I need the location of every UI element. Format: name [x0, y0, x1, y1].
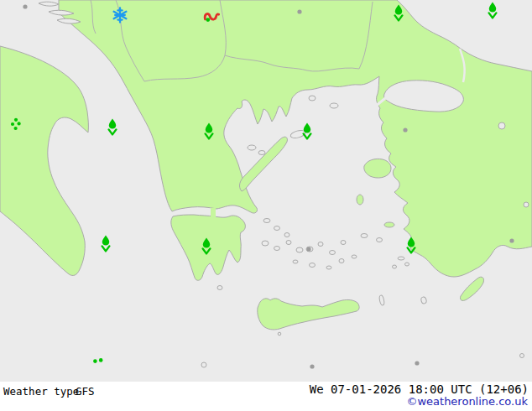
greece-aegean-weather-map	[0, 0, 532, 382]
city-dot	[415, 361, 419, 365]
corinth-isthmus	[211, 208, 216, 217]
lake-or-islet-outline	[524, 202, 529, 207]
lake-or-islet-outline	[278, 332, 281, 336]
product-label: Weather type	[3, 385, 79, 398]
lake-or-islet-outline	[498, 122, 505, 129]
city-dot	[297, 9, 301, 13]
city-dot	[306, 247, 310, 251]
city-dot	[403, 127, 407, 132]
city-dot	[23, 4, 27, 8]
samos-island	[384, 222, 394, 227]
map-canvas	[0, 0, 532, 382]
lake-or-islet-outline	[520, 354, 524, 358]
model-label: GFS	[76, 385, 95, 398]
lake-or-islet-outline	[201, 362, 206, 367]
lesbos-island	[364, 159, 391, 178]
city-dot	[509, 238, 514, 242]
weather-map-screenshot: Weather type GFS We 07-01-2026 18:00 UTC…	[0, 0, 532, 411]
chios-island	[357, 195, 363, 205]
city-dot	[310, 364, 314, 368]
caption-bar: Weather type GFS We 07-01-2026 18:00 UTC…	[0, 382, 532, 411]
copyright-link[interactable]: ©weatheronline.co.uk	[406, 395, 528, 408]
valid-datetime: We 07-01-2026 18:00 UTC (12+06)	[310, 382, 529, 396]
